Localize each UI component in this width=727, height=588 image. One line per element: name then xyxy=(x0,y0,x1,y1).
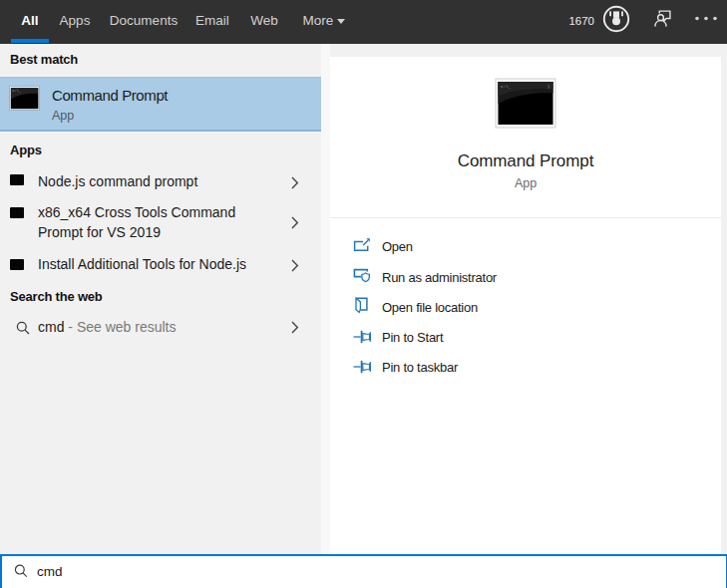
svg-text:C:\_: C:\_ xyxy=(12,89,21,93)
svg-text:C:\_: C:\_ xyxy=(501,85,512,89)
